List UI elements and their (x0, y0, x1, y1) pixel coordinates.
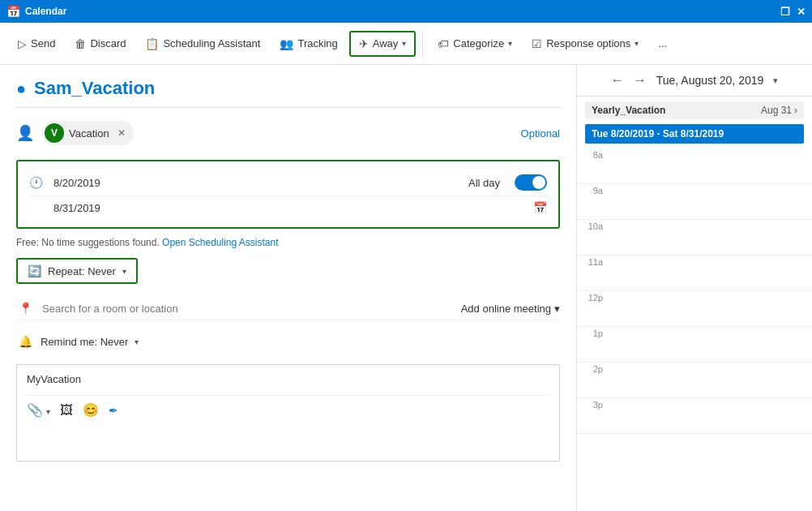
toolbar-separator (422, 31, 423, 57)
away-dropdown-arrow: ▾ (402, 39, 406, 48)
body-toolbar: 📎 ▾ 🖼 😊 ✒ (27, 395, 549, 418)
image-button[interactable]: 🖼 (60, 403, 73, 418)
location-row: 📍 Add online meeting ▾ (16, 297, 560, 320)
remind-icon: 🔔 (16, 335, 34, 348)
time-label: 12p (577, 291, 606, 303)
response-options-button[interactable]: ☑ Response options ▾ (524, 32, 647, 55)
clock-icon: 🕐 (29, 176, 45, 189)
tracking-icon: 👥 (280, 37, 293, 50)
discard-icon: 🗑 (75, 37, 86, 50)
title-bar: 📅 Calendar ❐ ✕ (0, 0, 812, 23)
yearly-vacation-name: Yearly_Vacation (592, 105, 665, 116)
yearly-vacation-banner[interactable]: Yearly_Vacation Aug 31 › (585, 101, 804, 119)
app-title: Calendar (25, 6, 66, 17)
person-icon: 👤 (16, 124, 34, 142)
add-online-label: Add online meeting (461, 303, 551, 315)
right-panel: ← → Tue, August 20, 2019 ▾ Yearly_Vacati… (577, 65, 812, 511)
attachment-button[interactable]: 📎 ▾ (27, 402, 50, 418)
send-button[interactable]: ▷ Send (10, 32, 63, 55)
attendee-row: 👤 V Vacation ✕ Optional (16, 118, 560, 148)
discard-button[interactable]: 🗑 Discard (66, 32, 134, 55)
more-button[interactable]: ... (650, 32, 675, 54)
away-button[interactable]: ✈ Away ▾ (349, 31, 417, 57)
end-date-value[interactable]: 8/31/2019 (53, 202, 525, 214)
yearly-vacation-date-text: Aug 31 (761, 105, 792, 116)
scheduling-icon: 📋 (145, 37, 159, 50)
repeat-icon: 🔄 (28, 264, 41, 277)
more-label: ... (658, 37, 667, 49)
time-row: 10a (577, 220, 812, 256)
repeat-label: Repeat: Never (48, 265, 116, 277)
yearly-vacation-date: Aug 31 › (761, 105, 797, 116)
left-panel: ● Sam_Vacation 👤 V Vacation ✕ Optional 🕐… (0, 65, 577, 511)
categorize-arrow: ▾ (508, 39, 512, 48)
time-label: 3p (577, 398, 606, 410)
remind-label: Remind me: Never (41, 336, 128, 348)
time-label: 8a (577, 148, 606, 160)
close-icon[interactable]: ✕ (797, 6, 806, 18)
signature-button[interactable]: ✒ (109, 404, 118, 417)
response-arrow: ▾ (635, 39, 639, 48)
time-label: 10a (577, 220, 606, 231)
time-label: 1p (577, 327, 606, 338)
attendee-avatar: V (45, 123, 64, 143)
time-label: 11a (577, 256, 606, 267)
event-body-box[interactable]: MyVacation 📎 ▾ 🖼 😊 ✒ (16, 364, 560, 462)
add-online-meeting-button[interactable]: Add online meeting ▾ (461, 303, 560, 315)
main-container: ● Sam_Vacation 👤 V Vacation ✕ Optional 🕐… (0, 65, 812, 511)
time-label: 9a (577, 184, 606, 195)
time-row: 8a (577, 148, 812, 184)
scheduling-assistant-button[interactable]: 📋 Scheduling Assistant (137, 32, 268, 55)
categorize-button[interactable]: 🏷 Categorize ▾ (430, 32, 520, 55)
away-icon: ✈ (359, 37, 369, 50)
event-dot: ● (16, 79, 26, 98)
event-title[interactable]: Sam_Vacation (34, 78, 155, 99)
remind-row[interactable]: 🔔 Remind me: Never ▾ (16, 330, 560, 353)
time-row: 1p (577, 327, 812, 363)
open-scheduling-link[interactable]: Open Scheduling Assistant (162, 237, 278, 248)
event-title-row: ● Sam_Vacation (16, 78, 560, 108)
start-date-row: 🕐 8/20/2019 All day (29, 170, 547, 195)
emoji-button[interactable]: 😊 (83, 402, 99, 418)
send-label: Send (31, 37, 55, 49)
time-row: 11a (577, 256, 812, 291)
time-row: 3p (577, 398, 812, 434)
repeat-row[interactable]: 🔄 Repeat: Never ▾ (16, 258, 138, 284)
optional-link[interactable]: Optional (521, 127, 560, 140)
calendar-header: ← → Tue, August 20, 2019 ▾ (577, 65, 812, 97)
time-label: 2p (577, 363, 606, 374)
calendar-date-label[interactable]: Tue, August 20, 2019 (656, 74, 764, 87)
allday-toggle[interactable] (515, 174, 547, 191)
categorize-label: Categorize (453, 37, 504, 49)
scheduling-label: Scheduling Assistant (163, 37, 260, 49)
send-icon: ▷ (18, 37, 27, 50)
time-row: 12p (577, 291, 812, 327)
time-row: 2p (577, 363, 812, 398)
response-label: Response options (546, 37, 630, 49)
toolbar: ▷ Send 🗑 Discard 📋 Scheduling Assistant … (0, 23, 812, 65)
repeat-arrow: ▾ (122, 267, 126, 276)
tracking-button[interactable]: 👥 Tracking (271, 32, 345, 55)
location-icon: 📍 (16, 302, 34, 315)
response-icon: ☑ (532, 37, 542, 50)
body-text[interactable]: MyVacation (27, 373, 549, 385)
time-grid: 8a9a10a11a12p1p2p3p (577, 148, 812, 511)
prev-day-button[interactable]: ← (611, 73, 624, 88)
free-status-text: Free: No time suggestions found. (16, 237, 160, 248)
event-range-bar[interactable]: Tue 8/20/2019 - Sat 8/31/2019 (585, 124, 804, 144)
calendar-icon[interactable]: 📅 (533, 201, 547, 214)
away-label: Away (373, 37, 399, 49)
attendee-close-button[interactable]: ✕ (118, 127, 126, 139)
restore-icon[interactable]: ❐ (780, 6, 790, 18)
next-day-button[interactable]: → (634, 73, 647, 88)
attendee-tag: V Vacation ✕ (42, 121, 134, 145)
allday-label: All day (468, 177, 500, 189)
tracking-label: Tracking (297, 37, 337, 49)
end-date-row: 🕐 8/31/2019 📅 (29, 195, 547, 219)
yearly-vacation-arrow: › (794, 105, 797, 116)
attendee-name: Vacation (69, 127, 109, 140)
location-input[interactable] (42, 303, 453, 315)
calendar-date-arrow[interactable]: ▾ (773, 75, 778, 86)
add-online-arrow: ▾ (554, 303, 560, 315)
start-date-value[interactable]: 8/20/2019 (53, 177, 460, 189)
